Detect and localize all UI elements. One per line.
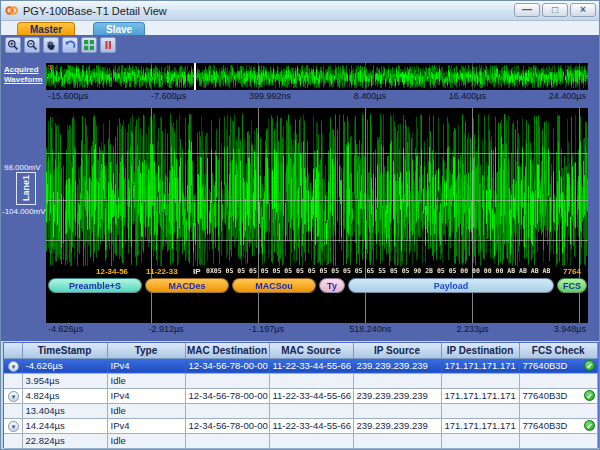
zoom-in-icon	[7, 39, 19, 51]
header-ip-source[interactable]: IP Source	[353, 343, 441, 358]
cell-mac-source: 11-22-33-44-55-66	[269, 388, 353, 403]
decode-segment-type[interactable]: Ty	[319, 278, 345, 293]
cell-ip-source: 239.239.239.239	[353, 388, 441, 403]
fcs-ok-icon: ✓	[584, 420, 595, 431]
fit-screen-icon	[83, 39, 95, 51]
voltage-top-label: 98.000mV	[4, 163, 40, 172]
cell-type: Idle	[107, 373, 185, 388]
cell-fcs-check	[519, 433, 598, 448]
header-fcs-check[interactable]: FCS Check	[519, 343, 598, 358]
voltage-bottom-label: -104.000mV	[2, 207, 46, 216]
axis-tick: -7.600µs	[151, 91, 186, 103]
header-mac-source[interactable]: MAC Source	[269, 343, 353, 358]
toolbar	[5, 37, 116, 53]
lane-label-box: Lane1	[16, 172, 36, 205]
cell-mac-destination	[185, 433, 269, 448]
cell-timestamp: 4.824µs	[22, 388, 107, 403]
cell-fcs-check	[519, 403, 598, 418]
cell-timestamp: 22.824µs	[22, 433, 107, 448]
cell-mac-destination: 12-34-56-78-00-00	[185, 358, 269, 373]
tab-master[interactable]: Master	[17, 22, 75, 35]
expand-row-button[interactable]: ▾	[8, 421, 19, 432]
decode-mac-source-value: 11-22-33	[146, 267, 178, 277]
table-row[interactable]: 13.404µsIdle	[4, 403, 598, 418]
decode-segment-fcs[interactable]: FCS	[557, 278, 587, 293]
titlebar: PGY-100Base-T1 Detail View — □ ×	[1, 1, 600, 21]
cell-ip-destination: 171.171.171.171	[441, 388, 519, 403]
cell-ip-source	[353, 433, 441, 448]
table-row[interactable]: 22.824µsIdle	[4, 433, 598, 448]
cell-mac-destination	[185, 373, 269, 388]
expand-cell: ▾	[4, 388, 22, 403]
pause-button[interactable]	[100, 37, 116, 53]
cell-mac-destination: 12-34-56-78-00-00	[185, 388, 269, 403]
fcs-ok-icon: ✓	[584, 360, 595, 371]
zoom-in-button[interactable]	[5, 37, 21, 53]
decode-segment-payload[interactable]: Payload	[348, 278, 554, 293]
header-mac-destination[interactable]: MAC Destination	[185, 343, 269, 358]
expand-row-button[interactable]: ▾	[8, 361, 19, 372]
main-plot: 12-34-56 11-22-33 IP 0X05 05 05 05 05 05…	[46, 108, 588, 323]
decode-fcs-value: 7764	[557, 267, 587, 277]
acquired-waveform-link[interactable]: Acquired Waveform	[4, 65, 46, 85]
decode-payload-hex: 0X05 05 05 05 05 05 05 05 05 05 05 05 05…	[206, 267, 554, 277]
cell-timestamp: -4.626µs	[22, 358, 107, 373]
minimize-button[interactable]: —	[514, 3, 540, 17]
app-icon	[5, 4, 18, 17]
close-button[interactable]: ×	[570, 3, 596, 17]
header-expand	[4, 343, 22, 358]
header-type[interactable]: Type	[107, 343, 185, 358]
window-title: PGY-100Base-T1 Detail View	[23, 5, 167, 17]
header-ip-destination[interactable]: IP Destination	[441, 343, 519, 358]
decode-segment-mac-destination[interactable]: MACDes	[145, 278, 229, 293]
axis-tick: 8.400µs	[354, 91, 386, 103]
maximize-button[interactable]: □	[542, 3, 568, 17]
cell-type: IPv4	[107, 418, 185, 433]
cell-timestamp: 3.954µs	[22, 373, 107, 388]
table-row[interactable]: 3.954µsIdle	[4, 373, 598, 388]
cell-type: Idle	[107, 433, 185, 448]
axis-tick: -4.626µs	[48, 324, 83, 336]
decode-segment-preamble[interactable]: Preamble+S	[48, 278, 142, 293]
table-header-row: TimeStamp Type MAC Destination MAC Sourc…	[4, 343, 598, 358]
cell-ip-source	[353, 373, 441, 388]
undo-button[interactable]	[62, 37, 78, 53]
cell-ip-destination: 171.171.171.171	[441, 358, 519, 373]
axis-tick: 16.400µs	[449, 91, 486, 103]
expand-row-button[interactable]: ▾	[8, 391, 19, 402]
table-row[interactable]: ▾-4.626µsIPv412-34-56-78-00-0011-22-33-4…	[4, 358, 598, 373]
undo-arrow-icon	[64, 39, 76, 51]
cell-mac-source	[269, 373, 353, 388]
decode-segment-mac-source[interactable]: MACSou	[232, 278, 316, 293]
fit-screen-button[interactable]	[81, 37, 97, 53]
header-timestamp[interactable]: TimeStamp	[22, 343, 107, 358]
axis-tick: 399.992ns	[249, 91, 291, 103]
table-row[interactable]: ▾4.824µsIPv412-34-56-78-00-0011-22-33-44…	[4, 388, 598, 403]
cell-fcs-check	[519, 373, 598, 388]
zoom-out-icon	[26, 39, 38, 51]
cell-ip-destination	[441, 403, 519, 418]
overview-waveform[interactable]	[46, 63, 588, 90]
axis-tick: -15.600µs	[48, 91, 88, 103]
overview-cursor[interactable]	[194, 63, 196, 90]
cell-type: IPv4	[107, 358, 185, 373]
cell-mac-destination: 12-34-56-78-00-00	[185, 418, 269, 433]
zoom-out-button[interactable]	[24, 37, 40, 53]
expand-cell: ▾	[4, 418, 22, 433]
tab-bar: Master Slave	[1, 21, 600, 35]
pan-button[interactable]	[43, 37, 59, 53]
waveform-panel: Acquired Waveform T -15.600µs -7.600µs 3…	[1, 35, 600, 341]
cell-timestamp: 13.404µs	[22, 403, 107, 418]
cell-mac-source: 11-22-33-44-55-66	[269, 358, 353, 373]
expand-cell	[4, 373, 22, 388]
cell-type: IPv4	[107, 388, 185, 403]
pause-icon	[102, 39, 114, 51]
decode-mac-destination-value: 12-34-56	[96, 267, 128, 277]
expand-cell	[4, 403, 22, 418]
axis-tick: 518.240ns	[349, 324, 391, 336]
tab-slave[interactable]: Slave	[93, 22, 145, 35]
overview-axis: -15.600µs -7.600µs 399.992ns 8.400µs 16.…	[46, 90, 588, 103]
trigger-marker: T	[48, 63, 53, 72]
table-row[interactable]: ▾14.244µsIPv412-34-56-78-00-0011-22-33-4…	[4, 418, 598, 433]
decode-type-value: IP	[193, 267, 201, 277]
